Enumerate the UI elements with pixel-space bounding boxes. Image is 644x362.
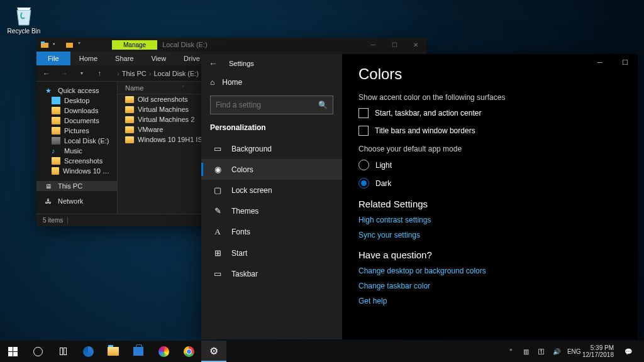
settings-search[interactable]: 🔍 [210,96,333,114]
menu-themes[interactable]: ✎Themes [201,200,342,221]
picture-icon: ▭ [213,144,223,153]
star-icon [45,87,54,94]
gear-icon: ⚙ [209,345,218,357]
ribbon-tab-view[interactable]: View [142,52,175,65]
link-high-contrast[interactable]: High contrast settings [358,216,621,224]
nav-desktop[interactable]: Desktop [36,96,117,106]
folder-icon [125,106,134,113]
forward-button[interactable]: → [58,69,70,78]
ribbon-context-tab-manage[interactable]: Manage [112,40,157,50]
settings-home[interactable]: ⌂ Home [201,73,342,92]
taskbar-chrome[interactable] [176,341,201,362]
minimize-button[interactable]: ─ [587,54,613,70]
taskbar-icon: ▭ [213,269,223,278]
maximize-button[interactable]: ☐ [613,54,638,70]
properties-icon[interactable]: ▪ [53,40,62,49]
nav-screenshots[interactable]: Screenshots [36,156,117,166]
recent-dropdown[interactable]: ▾ [75,70,88,76]
paint-icon [158,346,169,357]
nav-network[interactable]: Network [36,196,117,206]
maximize-button[interactable]: ☐ [384,38,405,52]
menu-start[interactable]: ⊞Start [201,243,342,263]
language-indicator[interactable]: ENG [567,348,576,355]
related-heading: Related Settings [358,199,621,209]
font-icon: A [213,227,223,237]
folder-icon [40,40,49,49]
music-icon [52,147,60,155]
search-input[interactable] [216,101,318,109]
cortana-button[interactable] [25,341,50,362]
link-get-help[interactable]: Get help [358,297,621,305]
task-view-button[interactable] [50,341,75,362]
folder-icon [52,117,60,124]
mode-label: Choose your default app mode [358,145,621,153]
nav-this-pc[interactable]: This PC [36,181,117,191]
minimize-button[interactable]: ─ [362,38,384,52]
menu-fonts[interactable]: AFonts [201,221,342,243]
recycle-bin[interactable]: Recycle Bin [5,4,43,35]
nav-local-disk[interactable]: Local Disk (E:) [36,136,117,146]
close-button[interactable]: ✕ [405,38,426,52]
nav-win10-isos[interactable]: Windows 10 19H1 ISOs [36,166,117,176]
link-change-desktop[interactable]: Change desktop or background colors [358,266,621,275]
crumb-local-disk[interactable]: Local Disk (E:) [153,70,199,77]
start-button[interactable] [0,341,25,362]
menu-lock-screen[interactable]: ▢Lock screen [201,180,342,200]
taskbar-paint[interactable] [151,341,176,362]
battery-icon[interactable]: ▥ [522,348,531,355]
recycle-bin-icon [13,4,35,26]
menu-background[interactable]: ▭Background [201,138,342,159]
radio-dark[interactable]: Dark [358,178,621,189]
qat-dropdown-icon[interactable]: ▾ [78,40,87,49]
edge-icon [83,346,94,357]
sort-indicator-icon: ⌃ [181,85,186,90]
folder-icon [52,97,60,104]
settings-sidebar: ← Settings ⌂ Home 🔍 Personalization ▭Bac… [201,54,342,339]
back-button[interactable]: ← [40,69,53,78]
nav-documents[interactable]: Documents [36,116,117,126]
menu-taskbar[interactable]: ▭Taskbar [201,263,342,284]
checkbox-titlebars[interactable]: Title bars and window borders [358,126,621,136]
taskbar-edge[interactable] [75,341,101,362]
new-folder-icon[interactable] [65,40,74,49]
checkbox-icon [358,108,369,118]
up-button[interactable]: ↑ [93,69,106,78]
ribbon-tab-file[interactable]: File [36,52,70,65]
folder-icon [52,107,60,114]
folder-icon [125,96,134,103]
link-sync-settings[interactable]: Sync your settings [358,231,621,239]
folder-icon [52,157,60,165]
tray-chevron-icon[interactable]: ˄ [507,348,516,355]
checkbox-icon [358,126,369,136]
back-button[interactable]: ← [209,58,218,69]
crumb-this-pc[interactable]: This PC [122,70,147,77]
pc-icon [45,182,54,190]
taskbar-explorer[interactable] [101,341,126,362]
ribbon-tab-home[interactable]: Home [70,52,106,65]
ribbon-tab-share[interactable]: Share [106,52,142,65]
store-icon [133,347,143,356]
svg-rect-2 [66,43,73,48]
nav-downloads[interactable]: Downloads [36,106,117,116]
taskbar-store[interactable] [126,341,151,362]
windows-logo-icon [8,347,18,356]
radio-light[interactable]: Light [358,160,621,170]
nav-pictures[interactable]: Pictures [36,126,117,136]
time: 5:39 PM [582,344,614,351]
link-change-taskbar[interactable]: Change taskbar color [358,282,621,290]
volume-icon[interactable]: 🔊 [552,348,561,355]
radio-icon [358,160,369,170]
date: 12/17/2018 [582,351,614,358]
nav-quick-access[interactable]: Quick access [36,85,117,96]
cortana-icon [33,347,43,356]
taskbar-settings[interactable]: ⚙ [201,341,226,362]
clock[interactable]: 5:39 PM 12/17/2018 [582,344,618,358]
window-title: Local Disk (E:) [162,41,208,48]
nav-music[interactable]: Music [36,146,117,156]
network-icon [45,197,54,205]
explorer-titlebar[interactable]: ▪ ▾ Manage Local Disk (E:) ─ ☐ ✕ [36,38,426,52]
action-center-icon[interactable]: 💬 [624,348,633,355]
menu-colors[interactable]: ◉Colors [201,159,342,180]
wifi-icon[interactable]: ⚿ [537,348,546,355]
checkbox-start-taskbar[interactable]: Start, taskbar, and action center [358,108,621,118]
